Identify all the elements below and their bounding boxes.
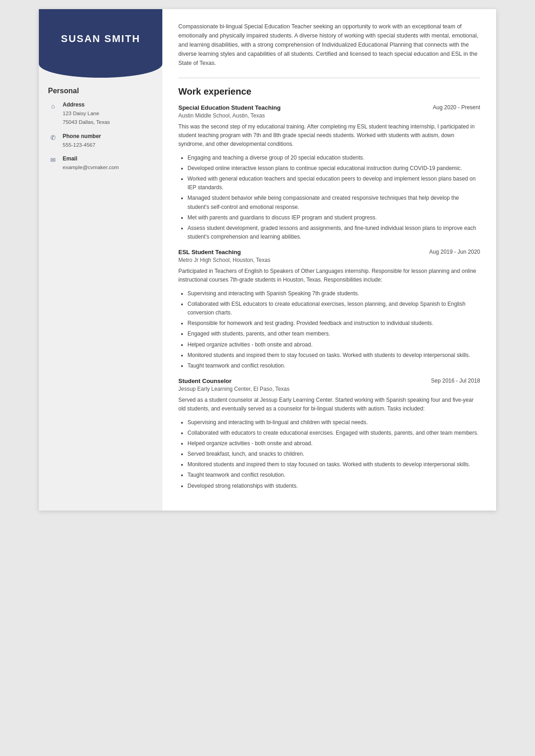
job-bullets: Engaging and teaching a diverse group of… [178,154,480,242]
bullet-item: Taught teamwork and conflict resolution. [187,362,480,370]
job-title: Student Counselor [178,378,231,384]
phone-item: ✆ Phone number 555-123-4567 [48,133,153,149]
bullet-item: Developed online interactive lesson plan… [187,164,480,173]
work-experience-title: Work experience [178,86,480,97]
job-header: ESL Student TeachingAug 2019 - Jun 2020 [178,249,480,256]
email-icon: ✉ [48,156,58,164]
jobs-container: Special Education Student TeachingAug 20… [178,104,480,490]
job-title: Special Education Student Teaching [178,104,281,111]
work-entry: Student CounselorSep 2016 - Jul 2018Jess… [178,378,480,490]
bullet-item: Supervising and interacting with Spanish… [187,289,480,298]
bullet-item: Helped organize activities - both onsite… [187,439,480,448]
bullet-item: Monitored students and inspired them to … [187,351,480,360]
phone-label: Phone number [63,133,101,139]
job-location: Metro Jr High School, Houston, Texas [178,257,480,263]
resume-container: SUSAN SMITH Personal ⌂ Address 123 Daisy… [39,9,496,511]
job-date: Aug 2020 - Present [433,104,480,111]
objective-text: Compassionate bi-lingual Special Educati… [178,22,480,68]
job-bullets: Supervising and interacting with Spanish… [178,289,480,371]
email-value: example@cvmaker.com [63,165,119,170]
bullet-item: Worked with general education teachers a… [187,175,480,192]
bullet-item: Engaged with students, parents, and othe… [187,330,480,338]
address-icon: ⌂ [48,102,58,110]
job-description: Participated in Teachers of English to S… [178,267,480,284]
bullet-item: Managed student behavior while being com… [187,194,480,211]
email-label: Email [63,155,119,162]
email-item: ✉ Email example@cvmaker.com [48,155,153,171]
sidebar: SUSAN SMITH Personal ⌂ Address 123 Daisy… [39,9,162,511]
job-description: This was the second step of my education… [178,122,480,149]
job-bullets: Supervising and interacting with bi-ling… [178,418,480,490]
job-header: Student CounselorSep 2016 - Jul 2018 [178,378,480,384]
address-detail: Address 123 Daisy Lane 75043 Dallas, Tex… [63,101,110,127]
candidate-name: SUSAN SMITH [61,33,140,45]
job-date: Aug 2019 - Jun 2020 [429,249,480,255]
bullet-item: Met with parents and guardians to discus… [187,213,480,222]
job-description: Served as a student counselor at Jessup … [178,396,480,413]
bullet-item: Served breakfast, lunch, and snacks to c… [187,450,480,458]
work-entry: Special Education Student TeachingAug 20… [178,104,480,241]
section-divider [178,78,480,78]
bullet-item: Developed strong relationships with stud… [187,482,480,490]
job-location: Austin Middle School, Austin, Texas [178,112,480,119]
address-line2: 75043 Dallas, Texas [63,119,110,125]
personal-section-title: Personal [48,87,153,95]
job-title: ESL Student Teaching [178,249,241,256]
address-line1: 123 Daisy Lane [63,111,99,116]
work-entry: ESL Student TeachingAug 2019 - Jun 2020M… [178,249,480,370]
job-header: Special Education Student TeachingAug 20… [178,104,480,111]
bullet-item: Monitored students and inspired them to … [187,460,480,469]
bullet-item: Assess student development, graded lesso… [187,224,480,241]
bullet-item: Responsible for homework and test gradin… [187,319,480,328]
bullet-item: Collaborated with ESL educators to creat… [187,300,480,317]
bullet-item: Supervising and interacting with bi-ling… [187,418,480,427]
main-content: Compassionate bi-lingual Special Educati… [162,9,496,511]
phone-detail: Phone number 555-123-4567 [63,133,101,149]
phone-icon: ✆ [48,134,58,141]
job-date: Sep 2016 - Jul 2018 [431,378,480,384]
address-label: Address [63,101,110,108]
address-item: ⌂ Address 123 Daisy Lane 75043 Dallas, T… [48,101,153,127]
phone-value: 555-123-4567 [63,142,96,148]
email-detail: Email example@cvmaker.com [63,155,119,171]
sidebar-content: Personal ⌂ Address 123 Daisy Lane 75043 … [39,64,162,187]
job-location: Jessup Early Learning Center, El Paso, T… [178,386,480,392]
sidebar-header: SUSAN SMITH [39,9,162,64]
bullet-item: Helped organize activities - both onsite… [187,341,480,349]
bullet-item: Taught teamwork and conflict resolution. [187,471,480,479]
bullet-item: Engaging and teaching a diverse group of… [187,154,480,162]
bullet-item: Collaborated with educators to create ed… [187,429,480,437]
